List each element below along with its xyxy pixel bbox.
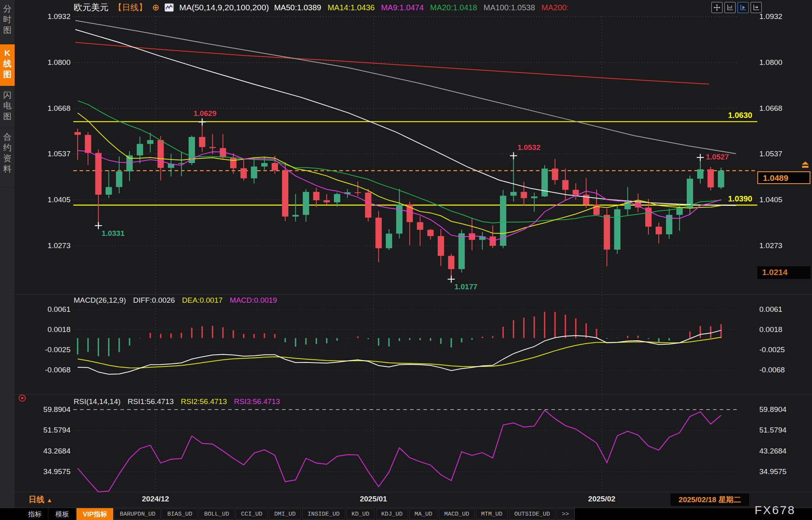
candle[interactable] (158, 136, 164, 180)
add-compare-icon[interactable]: ⊕ (152, 2, 159, 13)
candle[interactable] (220, 134, 226, 159)
candle[interactable] (656, 222, 662, 243)
tab->>[interactable]: >> (557, 509, 575, 520)
sidebar-item-1[interactable]: 分时图 (0, 0, 15, 44)
candle[interactable] (376, 211, 382, 262)
axis-pointer-icon[interactable] (738, 2, 749, 13)
candle[interactable] (85, 132, 91, 165)
candle[interactable] (199, 122, 205, 152)
candle[interactable] (334, 193, 340, 207)
candle[interactable] (344, 189, 351, 198)
candle[interactable] (521, 182, 527, 206)
candle[interactable] (168, 154, 174, 176)
candle[interactable] (593, 190, 600, 216)
candle[interactable] (458, 230, 465, 273)
axis-shift-icon[interactable] (751, 2, 762, 13)
period-tag: 【日线】 (114, 2, 147, 13)
tab-MTM_UD[interactable]: MTM_UD (476, 509, 508, 520)
axis-tick-left: 1.0273 (24, 241, 71, 250)
candle[interactable] (614, 205, 620, 254)
tab-BOLL_UD[interactable]: BOLL_UD (198, 509, 234, 520)
candle[interactable] (282, 162, 288, 221)
tab-INSIDE_UD[interactable]: INSIDE_UD (302, 509, 345, 520)
tab-模板[interactable]: 模板 (49, 508, 76, 520)
candle[interactable] (261, 158, 268, 170)
tab-OUTSIDE_UD[interactable]: OUTSIDE_UD (509, 509, 556, 520)
candle[interactable] (365, 189, 372, 222)
candle[interactable] (666, 209, 672, 239)
candle[interactable] (427, 229, 434, 239)
candle[interactable] (604, 209, 610, 266)
pan-crosshair-icon[interactable] (711, 2, 722, 13)
sidebar-item-3[interactable]: 闪电图 (0, 86, 15, 128)
candle[interactable] (707, 167, 714, 191)
sidebar-item-4[interactable]: 合约资料 (0, 128, 15, 188)
candle[interactable] (178, 152, 185, 176)
candle[interactable] (313, 188, 320, 207)
candle[interactable] (292, 194, 299, 221)
tab-VIP指标[interactable]: VIP指标 (76, 508, 113, 520)
chart-canvas[interactable] (0, 0, 812, 520)
candle[interactable] (490, 225, 496, 248)
tab-KD_UD[interactable]: KD_UD (346, 509, 375, 520)
candle[interactable] (541, 165, 548, 197)
candle[interactable] (355, 182, 361, 196)
candle[interactable] (95, 150, 101, 226)
candle[interactable] (230, 153, 236, 174)
candle[interactable] (479, 232, 486, 250)
candle[interactable] (531, 193, 538, 212)
tab-BIAS_UD[interactable]: BIAS_UD (162, 509, 198, 520)
panel-header-item: RSI3:56.4713 (234, 397, 280, 406)
candle[interactable] (272, 156, 278, 174)
tab-MA_UD[interactable]: MA_UD (409, 509, 438, 520)
candle[interactable] (697, 158, 703, 184)
candle[interactable] (718, 167, 724, 189)
candle[interactable] (438, 229, 444, 266)
candle[interactable] (573, 183, 579, 199)
tab-DMI_UD[interactable]: DMI_UD (269, 509, 301, 520)
tab-MACD_UD[interactable]: MACD_UD (439, 509, 475, 520)
rsi-panel-header: RSI(14,14,14)RSI1:56.4713RSI2:56.4713RSI… (74, 397, 280, 406)
candle[interactable] (116, 156, 122, 193)
candle[interactable] (147, 133, 153, 153)
candle[interactable] (500, 190, 506, 249)
sidebar-item-2[interactable]: K线图 (0, 44, 15, 86)
indicator-tab-bar: 指标模板VIP指标BARUPDN_UDBIAS_UDBOLL_UDCCI_UDD… (0, 508, 812, 520)
candle[interactable] (189, 136, 195, 165)
candle[interactable] (240, 159, 247, 181)
axis-tick-left: 0.0061 (24, 305, 71, 314)
candle[interactable] (625, 187, 631, 216)
candle[interactable] (635, 194, 641, 212)
tab-BARUPDN_UD[interactable]: BARUPDN_UD (114, 509, 161, 520)
candle[interactable] (324, 194, 330, 205)
candle[interactable] (251, 158, 257, 184)
candle[interactable] (126, 151, 133, 181)
candle[interactable] (510, 156, 517, 202)
candle[interactable] (583, 178, 589, 208)
candle[interactable] (645, 199, 652, 235)
red-marker-icon[interactable] (19, 395, 26, 402)
candle[interactable] (562, 169, 568, 200)
axis-bars-icon[interactable] (724, 2, 736, 13)
candle[interactable] (406, 202, 413, 245)
chart-type-icon[interactable] (164, 3, 174, 12)
axis-tick-right: 1.0932 (759, 12, 782, 21)
candle[interactable] (74, 129, 81, 160)
axis-tick-left: 1.0932 (24, 12, 71, 21)
period-selector-button[interactable]: 日线 ▲ (29, 494, 52, 505)
candle[interactable] (303, 189, 309, 222)
tab-指标[interactable]: 指标 (22, 508, 48, 520)
tab-CCI_UD[interactable]: CCI_UD (235, 509, 268, 520)
candle[interactable] (448, 254, 454, 279)
candle[interactable] (137, 137, 143, 163)
tab-KDJ_UD[interactable]: KDJ_UD (376, 509, 408, 520)
candle[interactable] (386, 229, 392, 250)
candle[interactable] (469, 218, 475, 251)
candle[interactable] (210, 134, 216, 154)
candle[interactable] (687, 176, 693, 214)
candle[interactable] (677, 204, 683, 231)
candle[interactable] (417, 216, 423, 246)
candle[interactable] (396, 189, 402, 239)
candle[interactable] (552, 159, 558, 184)
candle[interactable] (106, 170, 112, 198)
